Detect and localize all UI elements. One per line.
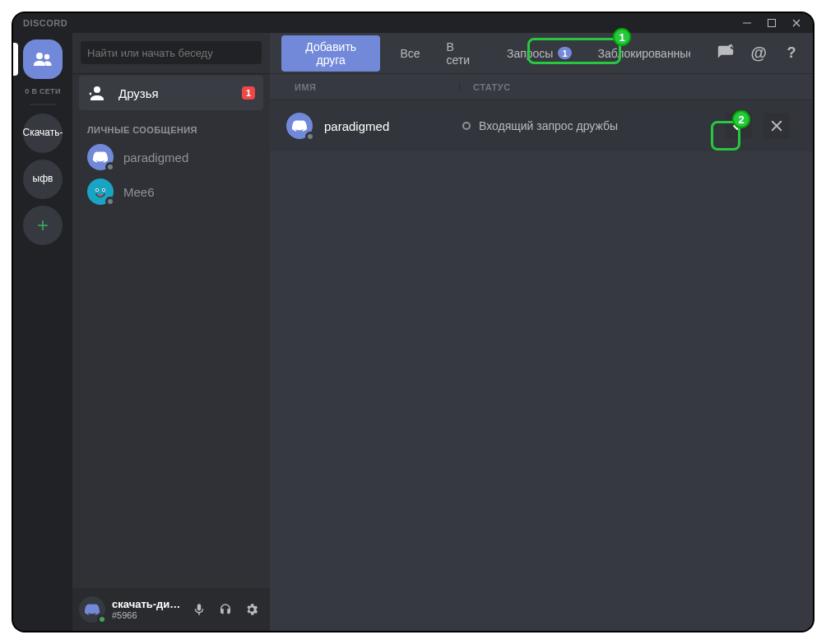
- dm-name: Mee6: [123, 185, 155, 199]
- minimize-button[interactable]: [736, 14, 759, 32]
- user-name: скачать-дис...: [112, 599, 181, 610]
- main-content: Добавить друга Все В сети Запросы 1 Забл…: [270, 33, 813, 631]
- server-list: 0 В СЕТИ Скачать- ыфв +: [13, 33, 72, 631]
- dm-name: paradigmed: [123, 151, 188, 164]
- server-item-1[interactable]: ыфв: [23, 160, 63, 199]
- close-icon: [769, 118, 784, 133]
- app-window: DISCORD 0 В СЕТИ Скачать- ыфв +: [12, 12, 814, 632]
- col-status: СТАТУС: [459, 82, 714, 92]
- mute-button[interactable]: [188, 598, 211, 621]
- plus-icon: +: [37, 215, 49, 236]
- col-name: ИМЯ: [295, 82, 459, 92]
- dm-search-input[interactable]: [81, 41, 262, 64]
- friends-badge: 1: [242, 86, 255, 100]
- friends-tab[interactable]: Друзья 1: [79, 76, 263, 110]
- maximize-button[interactable]: [760, 14, 783, 32]
- add-friend-button[interactable]: Добавить друга: [281, 35, 380, 72]
- dm-item-paradigmed[interactable]: paradigmed: [79, 141, 263, 174]
- settings-button[interactable]: [240, 598, 263, 621]
- dm-item-mee6[interactable]: Mee6: [79, 175, 263, 208]
- status-ring-icon: [462, 122, 471, 130]
- svg-point-7: [103, 189, 104, 191]
- tab-pending-label: Запросы: [507, 47, 553, 60]
- friends-group-icon: [31, 48, 54, 71]
- svg-rect-0: [743, 23, 751, 24]
- friends-label: Друзья: [118, 86, 159, 100]
- server-label: Скачать-: [23, 127, 63, 138]
- svg-rect-1: [768, 20, 776, 27]
- tab-all[interactable]: Все: [393, 44, 426, 63]
- status-online-icon: [97, 614, 107, 624]
- accept-request-button[interactable]: [726, 113, 752, 139]
- app-title: DISCORD: [23, 18, 67, 28]
- deafen-button[interactable]: [214, 598, 237, 621]
- topbar: Добавить друга Все В сети Запросы 1 Забл…: [270, 33, 813, 74]
- panel-icons: [188, 598, 263, 621]
- status-offline-icon: [105, 197, 115, 206]
- friend-request-row[interactable]: paradigmed Входящий запрос дружбы: [270, 100, 813, 151]
- tab-online[interactable]: В сети: [440, 37, 487, 70]
- columns-header: ИМЯ СТАТУС: [270, 74, 813, 100]
- window-controls: [736, 14, 808, 32]
- user-meta: скачать-дис... #5966: [112, 599, 181, 620]
- home-button[interactable]: [23, 39, 63, 79]
- check-icon: [731, 118, 747, 134]
- server-label: ыфв: [33, 174, 53, 184]
- svg-point-6: [96, 189, 98, 191]
- server-item-0[interactable]: Скачать-: [23, 114, 63, 153]
- discord-logo-icon: [291, 118, 308, 134]
- dm-column: Друзья 1 ЛИЧНЫЕ СООБЩЕНИЯ paradigmed Mee…: [72, 33, 270, 631]
- status-offline-icon: [305, 132, 315, 141]
- close-button[interactable]: [785, 14, 808, 32]
- svg-point-2: [36, 53, 43, 59]
- tab-pending-badge: 1: [558, 47, 571, 59]
- dm-avatar: [87, 144, 114, 170]
- request-avatar: [286, 113, 313, 139]
- titlebar: DISCORD: [13, 13, 813, 33]
- online-count-label: 0 В СЕТИ: [25, 87, 60, 95]
- user-avatar[interactable]: [79, 596, 105, 623]
- user-tag: #5966: [112, 610, 181, 620]
- decline-request-button[interactable]: [763, 113, 790, 139]
- request-actions: [726, 113, 813, 139]
- dm-section-header: ЛИЧНЫЕ СООБЩЕНИЯ: [72, 110, 270, 140]
- dm-avatar: [87, 178, 114, 205]
- user-panel: скачать-дис... #5966: [72, 588, 270, 631]
- tab-blocked[interactable]: Заблокированные: [592, 44, 690, 63]
- active-indicator: [12, 43, 18, 76]
- request-status: Входящий запрос дружбы: [459, 119, 726, 132]
- add-server-button[interactable]: +: [23, 206, 63, 245]
- tab-pending[interactable]: Запросы 1: [500, 44, 578, 63]
- mentions-button[interactable]: @: [749, 44, 768, 63]
- dm-search-wrap: [72, 33, 270, 74]
- new-dm-button[interactable]: [717, 44, 736, 63]
- server-separator: [30, 104, 56, 105]
- svg-point-3: [44, 54, 49, 59]
- friends-icon: [87, 83, 107, 103]
- request-name: paradigmed: [324, 119, 459, 133]
- status-offline-icon: [105, 162, 115, 172]
- request-status-text: Входящий запрос дружбы: [479, 119, 618, 132]
- help-button[interactable]: ?: [782, 44, 801, 63]
